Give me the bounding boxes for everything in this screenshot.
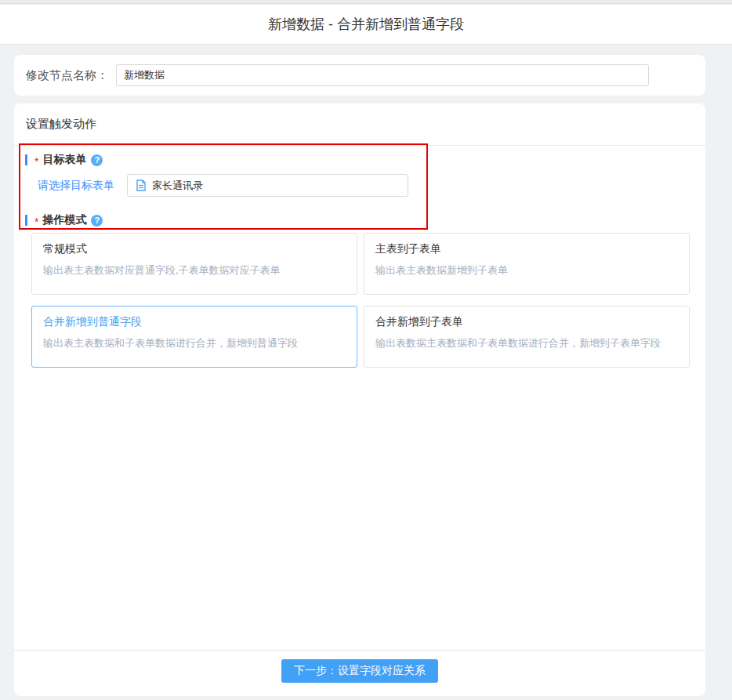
document-icon bbox=[136, 180, 147, 191]
mode-card-merge-to-normal-field[interactable]: 合并新增到普通字段 输出表主表数据和子表单数据进行合并，新增到普通字段 bbox=[31, 306, 357, 368]
mode-title: 常规模式 bbox=[43, 242, 346, 256]
mode-description: 输出表数据主表数据和子表单数据进行合并，新增到子表单字段 bbox=[375, 336, 678, 350]
selected-form-name: 家长通讯录 bbox=[152, 179, 203, 193]
node-name-label: 修改节点名称： bbox=[26, 68, 108, 83]
mode-card-merge-to-subform[interactable]: 合并新增到子表单 输出表数据主表数据和子表单数据进行合并，新增到子表单字段 bbox=[364, 306, 690, 368]
blue-bar-decoration bbox=[25, 215, 27, 226]
page-title: 新增数据 - 合并新增到普通字段 bbox=[268, 15, 464, 34]
mode-description: 输出表主表数据对应普通字段,子表单数据对应子表单 bbox=[43, 263, 346, 277]
section-title: 设置触发动作 bbox=[14, 103, 705, 145]
trigger-action-card: 设置触发动作 * 目标表单 ? 请选择目标表单 家长通讯录 * 操作模式 ? bbox=[14, 103, 705, 696]
blue-bar-decoration bbox=[25, 154, 27, 165]
operation-mode-grid: 常规模式 输出表主表数据对应普通字段,子表单数据对应子表单 主表到子表单 输出表… bbox=[31, 233, 690, 368]
footer-divider bbox=[14, 650, 705, 651]
next-step-button[interactable]: 下一步：设置字段对应关系 bbox=[281, 659, 438, 683]
mode-card-main-to-subform[interactable]: 主表到子表单 输出表主表数据新增到子表单 bbox=[364, 233, 690, 295]
node-name-card: 修改节点名称： bbox=[14, 55, 705, 96]
target-form-field-label: * 目标表单 ? bbox=[25, 152, 103, 168]
target-form-row: 请选择目标表单 家长通讯录 bbox=[14, 174, 705, 198]
node-name-input[interactable] bbox=[116, 64, 649, 86]
help-icon[interactable]: ? bbox=[91, 215, 103, 227]
mode-title: 合并新增到普通字段 bbox=[43, 315, 346, 329]
select-target-form-link[interactable]: 请选择目标表单 bbox=[38, 179, 114, 193]
mode-card-normal[interactable]: 常规模式 输出表主表数据对应普通字段,子表单数据对应子表单 bbox=[31, 233, 357, 295]
mode-title: 合并新增到子表单 bbox=[375, 315, 678, 329]
operation-mode-field-label: * 操作模式 ? bbox=[25, 212, 103, 228]
mode-description: 输出表主表数据新增到子表单 bbox=[375, 263, 678, 277]
target-form-select[interactable]: 家长通讯录 bbox=[127, 174, 408, 197]
target-form-label: 目标表单 bbox=[42, 153, 86, 167]
operation-mode-label: 操作模式 bbox=[42, 213, 86, 227]
required-asterisk: * bbox=[34, 155, 38, 168]
mode-title: 主表到子表单 bbox=[375, 242, 678, 256]
help-icon[interactable]: ? bbox=[91, 154, 103, 166]
required-asterisk: * bbox=[34, 216, 38, 228]
section-divider bbox=[14, 145, 705, 146]
dialog-header: 新增数据 - 合并新增到普通字段 bbox=[0, 5, 732, 45]
top-strip bbox=[0, 0, 732, 4]
mode-description: 输出表主表数据和子表单数据进行合并，新增到普通字段 bbox=[43, 336, 346, 350]
